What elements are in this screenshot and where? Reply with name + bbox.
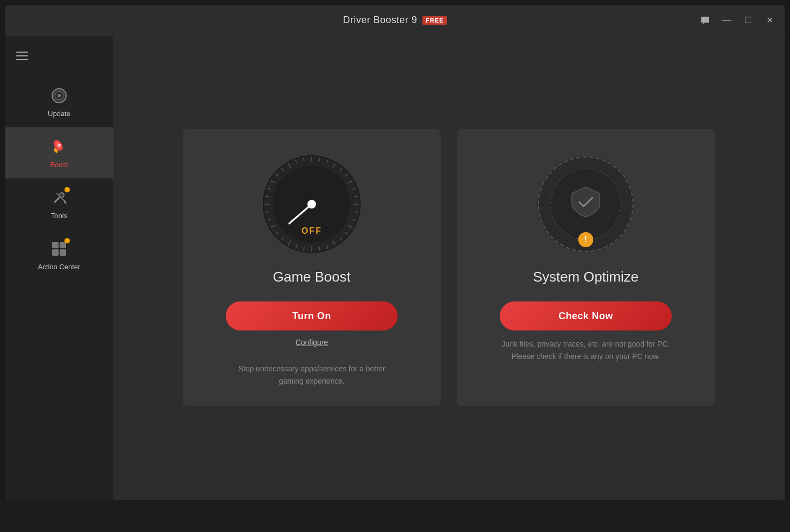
window-controls: — ☐ ✕ [696,12,778,29]
game-boost-card: OFF Game Boost Turn On Configure Stop un… [183,129,441,406]
configure-link[interactable]: Configure [296,338,328,347]
svg-rect-22 [60,249,66,256]
sidebar-item-update[interactable]: Update [5,76,113,127]
menu-button[interactable] [16,46,42,66]
game-boost-description: Stop unnecessary apps/services for a bet… [226,363,398,387]
tools-label: Tools [51,212,67,220]
sidebar-item-boost[interactable]: Boost [5,127,113,178]
taskbar [0,500,790,532]
app-body: Update Boost [5,35,785,500]
check-now-button[interactable]: Check Now [500,301,672,330]
sidebar: Update Boost [5,35,113,500]
cards-row: OFF Game Boost Turn On Configure Stop un… [167,129,731,406]
sidebar-item-tools[interactable]: Tools [5,178,113,229]
update-icon [49,86,69,105]
gauge-svg: OFF [258,150,365,258]
game-boost-gauge: OFF [258,150,365,258]
sidebar-item-action-center[interactable]: Action Center [5,229,113,281]
app-title: Driver Booster 9 FREE [343,15,447,26]
system-optimize-title: System Optimize [533,269,639,285]
action-center-badge [64,238,70,243]
close-button[interactable]: ✕ [761,12,778,29]
action-center-label: Action Center [38,263,81,271]
chat-button[interactable] [696,12,714,29]
system-optimize-description: Junk files, privacy traces, etc. are not… [500,338,672,362]
system-optimize-gauge: ! [532,150,640,258]
tools-badge [64,187,70,192]
svg-line-18 [64,201,66,203]
tools-icon [49,188,69,207]
maximize-button[interactable]: ☐ [739,12,757,29]
boost-label: Boost [50,161,68,169]
svg-rect-21 [52,249,59,256]
update-label: Update [48,110,70,118]
svg-rect-19 [52,242,59,248]
system-optimize-card: ! System Optimize Check Now Junk files, … [457,129,715,406]
svg-point-2 [58,94,61,97]
app-window: Driver Booster 9 FREE — ☐ ✕ [5,5,785,500]
turn-on-button[interactable]: Turn On [226,301,398,330]
game-boost-title: Game Boost [273,269,351,285]
system-optimize-svg: ! [532,150,640,258]
main-content: OFF Game Boost Turn On Configure Stop un… [113,35,785,500]
boost-icon [49,137,69,156]
free-badge: FREE [422,16,447,25]
action-center-icon [49,239,69,258]
app-title-text: Driver Booster 9 [343,15,417,26]
svg-text:OFF: OFF [301,226,322,235]
title-bar: Driver Booster 9 FREE — ☐ ✕ [5,5,785,35]
minimize-button[interactable]: — [718,12,735,29]
svg-text:!: ! [584,235,587,244]
svg-point-62 [307,200,316,209]
